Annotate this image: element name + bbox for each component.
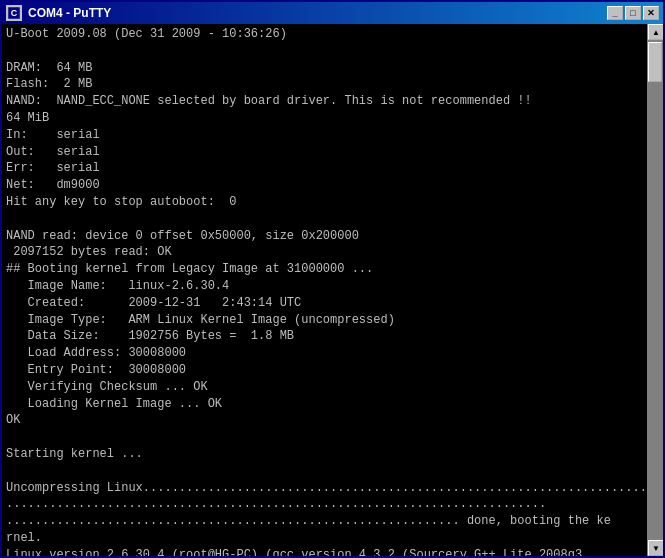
scroll-track xyxy=(648,40,663,540)
title-bar-left: C COM4 - PuTTY xyxy=(6,5,111,21)
terminal-output: U-Boot 2009.08 (Dec 31 2009 - 10:36:26) … xyxy=(2,24,647,556)
title-buttons: _ □ ✕ xyxy=(607,6,659,20)
title-bar: C COM4 - PuTTY _ □ ✕ xyxy=(2,2,663,24)
scroll-down-button[interactable]: ▼ xyxy=(648,540,663,556)
window-icon: C xyxy=(6,5,22,21)
maximize-button[interactable]: □ xyxy=(625,6,641,20)
scroll-thumb[interactable] xyxy=(648,42,662,82)
window-title: COM4 - PuTTY xyxy=(28,6,111,20)
close-button[interactable]: ✕ xyxy=(643,6,659,20)
putty-window: C COM4 - PuTTY _ □ ✕ U-Boot 2009.08 (Dec… xyxy=(0,0,665,558)
scrollbar[interactable]: ▲ ▼ xyxy=(647,24,663,556)
minimize-button[interactable]: _ xyxy=(607,6,623,20)
terminal-area[interactable]: U-Boot 2009.08 (Dec 31 2009 - 10:36:26) … xyxy=(2,24,647,556)
scroll-up-button[interactable]: ▲ xyxy=(648,24,663,40)
window-content: U-Boot 2009.08 (Dec 31 2009 - 10:36:26) … xyxy=(2,24,663,556)
svg-text:C: C xyxy=(11,8,18,18)
